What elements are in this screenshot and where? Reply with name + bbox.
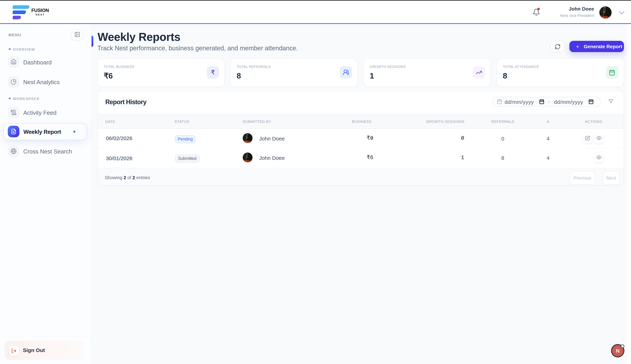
svg-text:N: N <box>616 348 620 354</box>
